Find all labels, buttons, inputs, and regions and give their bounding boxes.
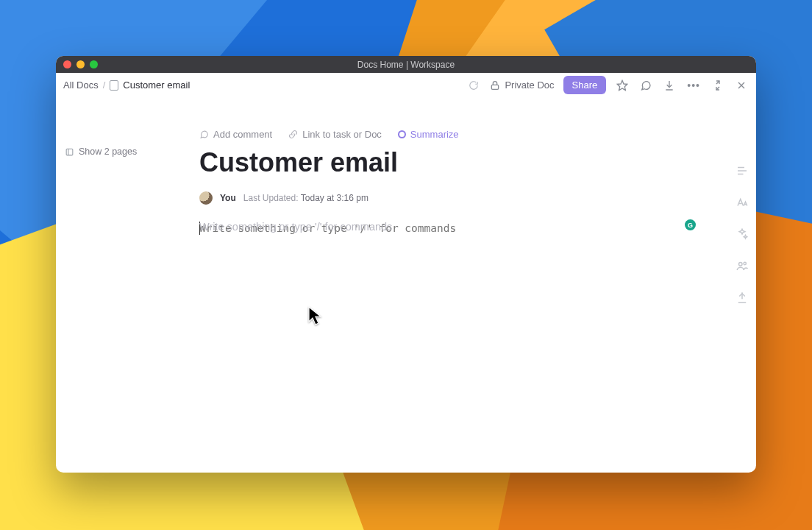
updated-time: Today at 3:16 pm — [301, 193, 368, 203]
doc-quick-actions: Add comment Link to task or Doc Summariz… — [199, 129, 699, 140]
doc-icon — [110, 80, 118, 91]
window-close-dot[interactable] — [63, 60, 71, 68]
privacy-toggle[interactable]: Private Doc — [489, 80, 554, 91]
app-window: Docs Home | Workspace All Docs / Custome… — [56, 56, 756, 473]
window-title: Docs Home | Workspace — [56, 60, 756, 70]
privacy-label: Private Doc — [505, 80, 554, 91]
window-zoom-dot[interactable] — [90, 60, 98, 68]
pages-icon — [65, 147, 74, 157]
rail-people-icon[interactable] — [736, 259, 749, 272]
doc-editor[interactable]: Write something or type '/' for commands… — [199, 221, 699, 445]
window-minimize-dot[interactable] — [76, 60, 85, 68]
svg-marker-1 — [618, 80, 627, 90]
rail-export-icon[interactable] — [736, 291, 749, 304]
right-rail — [728, 98, 756, 473]
refresh-icon — [469, 80, 479, 91]
download-icon — [663, 80, 675, 91]
collapse-icon — [712, 80, 724, 91]
svg-point-3 — [739, 263, 743, 266]
link-task-action[interactable]: Link to task or Doc — [288, 129, 382, 140]
summarize-action[interactable]: Summarize — [398, 129, 459, 140]
updated-label: Last Updated: — [243, 193, 299, 203]
grammar-badge[interactable]: G — [685, 219, 696, 230]
breadcrumb: All Docs / Customer email — [63, 80, 190, 91]
window-titlebar: Docs Home | Workspace — [56, 56, 756, 73]
rail-typography-icon[interactable] — [736, 196, 749, 209]
show-pages-toggle[interactable]: Show 2 pages — [65, 146, 190, 157]
show-pages-label: Show 2 pages — [79, 146, 137, 157]
svg-point-4 — [744, 262, 746, 264]
summarize-label: Summarize — [410, 129, 459, 140]
topbar: All Docs / Customer email Private Doc Sh… — [56, 73, 756, 98]
doc-title[interactable]: Customer email — [199, 147, 699, 178]
more-button[interactable]: ••• — [685, 79, 702, 92]
link-task-label: Link to task or Doc — [302, 129, 382, 140]
breadcrumb-separator: / — [103, 80, 106, 91]
svg-rect-0 — [492, 85, 499, 89]
author-name: You — [220, 193, 236, 203]
rail-ai-icon[interactable] — [736, 227, 749, 241]
close-button[interactable] — [734, 78, 749, 93]
add-comment-action[interactable]: Add comment — [199, 129, 272, 140]
author-avatar[interactable] — [199, 191, 213, 205]
star-icon — [616, 80, 628, 91]
chat-icon — [640, 80, 652, 91]
share-button[interactable]: Share — [563, 76, 607, 94]
text-caret — [199, 222, 200, 235]
editor-textarea[interactable] — [199, 221, 699, 442]
comment-icon — [199, 130, 209, 139]
favorite-button[interactable] — [615, 78, 630, 93]
collapse-button[interactable] — [710, 78, 725, 93]
window-traffic-lights — [56, 60, 98, 68]
document-main: Add comment Link to task or Doc Summariz… — [199, 98, 728, 473]
more-icon: ••• — [687, 80, 700, 91]
svg-rect-2 — [66, 149, 73, 155]
lock-icon — [489, 80, 501, 91]
left-sidebar: Show 2 pages — [56, 98, 199, 473]
rail-settings-icon[interactable] — [736, 164, 749, 177]
close-icon — [736, 80, 747, 91]
comments-button[interactable] — [638, 78, 653, 93]
add-comment-label: Add comment — [213, 129, 272, 140]
breadcrumb-root[interactable]: All Docs — [63, 80, 99, 91]
breadcrumb-current: Customer email — [123, 80, 190, 91]
link-icon — [288, 130, 298, 139]
download-button[interactable] — [662, 78, 677, 93]
doc-meta: You Last Updated: Today at 3:16 pm — [199, 191, 699, 205]
summarize-icon — [398, 130, 406, 138]
refresh-button[interactable] — [467, 79, 480, 92]
